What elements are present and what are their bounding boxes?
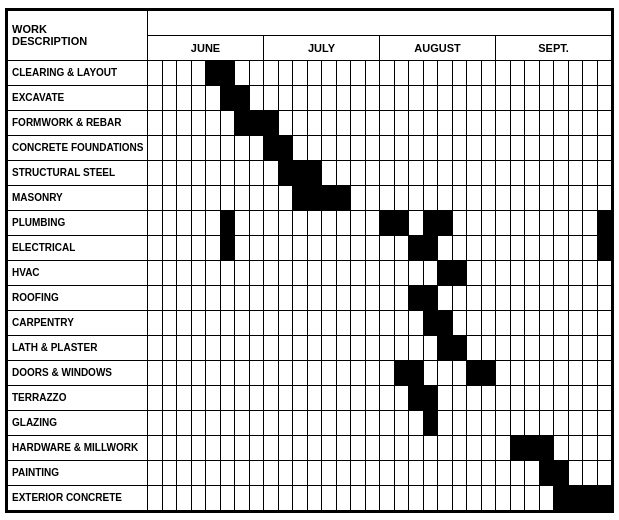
empty-cell bbox=[322, 335, 337, 360]
empty-cell bbox=[336, 385, 351, 410]
empty-cell bbox=[351, 210, 366, 235]
filled-cell bbox=[409, 385, 424, 410]
empty-cell bbox=[597, 335, 612, 360]
table-row: FORMWORK & REBAR bbox=[8, 110, 612, 135]
empty-cell bbox=[264, 460, 279, 485]
empty-cell bbox=[249, 85, 264, 110]
empty-cell bbox=[206, 360, 221, 385]
empty-cell bbox=[322, 435, 337, 460]
empty-cell bbox=[452, 135, 467, 160]
empty-cell bbox=[409, 210, 424, 235]
empty-cell bbox=[510, 60, 525, 85]
empty-cell bbox=[568, 160, 583, 185]
filled-cell bbox=[554, 460, 569, 485]
empty-cell bbox=[423, 160, 438, 185]
table-row: MASONRY bbox=[8, 185, 612, 210]
work-description-header: WORK DESCRIPTION bbox=[8, 10, 148, 60]
empty-cell bbox=[177, 135, 192, 160]
month-header-july: JULY bbox=[264, 35, 380, 60]
empty-cell bbox=[278, 410, 293, 435]
empty-cell bbox=[525, 360, 540, 385]
empty-cell bbox=[409, 460, 424, 485]
empty-cell bbox=[554, 235, 569, 260]
empty-cell bbox=[278, 285, 293, 310]
filled-cell bbox=[220, 85, 235, 110]
empty-cell bbox=[264, 335, 279, 360]
empty-cell bbox=[278, 235, 293, 260]
empty-cell bbox=[351, 385, 366, 410]
filled-cell bbox=[409, 235, 424, 260]
empty-cell bbox=[336, 235, 351, 260]
empty-cell bbox=[249, 135, 264, 160]
empty-cell bbox=[525, 60, 540, 85]
empty-cell bbox=[510, 335, 525, 360]
empty-cell bbox=[438, 285, 453, 310]
empty-cell bbox=[380, 335, 395, 360]
empty-cell bbox=[278, 310, 293, 335]
empty-cell bbox=[351, 135, 366, 160]
empty-cell bbox=[249, 185, 264, 210]
work-item-label: PLUMBING bbox=[8, 210, 148, 235]
empty-cell bbox=[510, 310, 525, 335]
empty-cell bbox=[293, 60, 308, 85]
empty-cell bbox=[583, 110, 598, 135]
empty-cell bbox=[423, 185, 438, 210]
empty-cell bbox=[206, 435, 221, 460]
empty-cell bbox=[597, 60, 612, 85]
empty-cell bbox=[278, 260, 293, 285]
empty-cell bbox=[177, 335, 192, 360]
empty-cell bbox=[249, 485, 264, 510]
empty-cell bbox=[539, 385, 554, 410]
filled-cell bbox=[206, 60, 221, 85]
empty-cell bbox=[539, 285, 554, 310]
empty-cell bbox=[568, 235, 583, 260]
empty-cell bbox=[351, 235, 366, 260]
empty-cell bbox=[539, 210, 554, 235]
empty-cell bbox=[293, 460, 308, 485]
empty-cell bbox=[278, 85, 293, 110]
filled-cell bbox=[220, 60, 235, 85]
empty-cell bbox=[438, 435, 453, 460]
empty-cell bbox=[162, 260, 177, 285]
filled-cell bbox=[452, 335, 467, 360]
empty-cell bbox=[525, 485, 540, 510]
empty-cell bbox=[438, 60, 453, 85]
empty-cell bbox=[539, 110, 554, 135]
empty-cell bbox=[380, 110, 395, 135]
filled-cell bbox=[307, 160, 322, 185]
empty-cell bbox=[365, 185, 380, 210]
table-row: CLEARING & LAYOUT bbox=[8, 60, 612, 85]
empty-cell bbox=[467, 335, 482, 360]
empty-cell bbox=[235, 385, 250, 410]
empty-cell bbox=[554, 185, 569, 210]
work-item-label: EXCAVATE bbox=[8, 85, 148, 110]
empty-cell bbox=[568, 260, 583, 285]
work-item-label: EXTERIOR CONCRETE bbox=[8, 485, 148, 510]
work-item-label: STRUCTURAL STEEL bbox=[8, 160, 148, 185]
empty-cell bbox=[249, 235, 264, 260]
empty-cell bbox=[423, 260, 438, 285]
empty-cell bbox=[220, 135, 235, 160]
empty-cell bbox=[481, 460, 496, 485]
empty-cell bbox=[206, 160, 221, 185]
empty-cell bbox=[220, 435, 235, 460]
filled-cell bbox=[452, 260, 467, 285]
empty-cell bbox=[554, 60, 569, 85]
empty-cell bbox=[510, 185, 525, 210]
empty-cell bbox=[177, 410, 192, 435]
empty-cell bbox=[438, 160, 453, 185]
empty-cell bbox=[467, 310, 482, 335]
empty-cell bbox=[452, 485, 467, 510]
empty-cell bbox=[293, 360, 308, 385]
empty-cell bbox=[452, 435, 467, 460]
empty-cell bbox=[264, 360, 279, 385]
empty-cell bbox=[554, 260, 569, 285]
empty-cell bbox=[162, 485, 177, 510]
empty-cell bbox=[496, 210, 511, 235]
empty-cell bbox=[351, 85, 366, 110]
empty-cell bbox=[554, 435, 569, 460]
empty-cell bbox=[467, 285, 482, 310]
empty-cell bbox=[452, 160, 467, 185]
filled-cell bbox=[597, 210, 612, 235]
empty-cell bbox=[380, 460, 395, 485]
